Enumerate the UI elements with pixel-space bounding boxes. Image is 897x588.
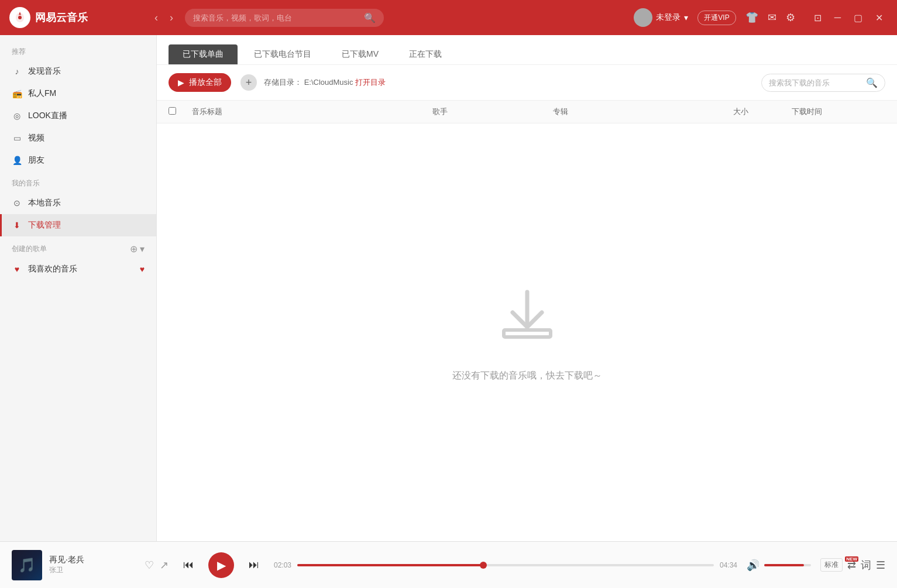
sidebar-item-label: 本地音乐 (28, 198, 61, 208)
sidebar-item-fm[interactable]: 📻 私人FM (0, 82, 156, 105)
svg-rect-2 (504, 330, 551, 337)
search-bar: 🔍 (185, 9, 384, 27)
playlist-heart-icon: ♥ (140, 264, 145, 274)
th-download-time: 下载时间 (792, 106, 885, 117)
created-playlists-header: 创建的歌单 ⊕ ▾ (0, 236, 156, 258)
app-logo: 网易云音乐 (9, 7, 150, 28)
player-extra: 标准 ⇄ NEW 词 ☰ (820, 558, 885, 572)
sidebar-item-label: LOOK直播 (28, 111, 67, 121)
sidebar-item-look[interactable]: ◎ LOOK直播 (0, 105, 156, 127)
empty-state: 还没有下载的音乐哦，快去下载吧～ (157, 123, 897, 541)
playlist-label: 我喜欢的音乐 (28, 264, 77, 274)
sidebar-item-label: 私人FM (28, 88, 56, 99)
created-playlists-actions: ⊕ ▾ (130, 243, 145, 255)
th-artist: 歌手 (432, 106, 553, 117)
play-all-icon: ▶ (178, 78, 184, 87)
tab-downloaded-radio[interactable]: 已下载电台节目 (240, 44, 325, 64)
search-downloaded: 🔍 (761, 74, 885, 92)
download-icon: ⬇ (12, 220, 22, 231)
open-dir-link[interactable]: 打开目录 (355, 78, 386, 87)
minimize-button[interactable]: ─ (830, 10, 846, 26)
track-title: 再见·老兵 (49, 555, 138, 565)
search-icon[interactable]: 🔍 (364, 12, 376, 23)
quality-button[interactable]: 标准 (820, 558, 843, 572)
search-input[interactable] (193, 13, 359, 22)
play-pause-button[interactable]: ▶ (208, 552, 234, 578)
main-layout: 推荐 ♪ 发现音乐 📻 私人FM ◎ LOOK直播 ▭ 视频 👤 朋友 我的音乐… (0, 35, 897, 541)
playlist-order-button[interactable]: ⇄ NEW (847, 559, 856, 572)
content-area: 已下载单曲 已下载电台节目 已下载MV 正在下载 ▶ 播放全部 + 存储目录： … (157, 35, 897, 541)
collapse-playlists-button[interactable]: ▾ (140, 243, 145, 255)
volume-fill (764, 564, 804, 566)
nav-forward-button[interactable]: › (165, 9, 178, 26)
storage-prefix: 存储目录： (264, 78, 302, 87)
play-all-label: 播放全部 (189, 77, 222, 88)
storage-info: 存储目录： E:\CloudMusic 打开目录 (264, 77, 386, 88)
friends-icon: 👤 (12, 155, 22, 166)
music-note-icon: ♪ (12, 66, 22, 77)
sidebar-item-discover[interactable]: ♪ 发现音乐 (0, 60, 156, 82)
share-track-button[interactable]: ↗ (160, 559, 169, 572)
play-all-button[interactable]: ▶ 播放全部 (169, 73, 231, 92)
nav-back-button[interactable]: ‹ (150, 9, 163, 26)
prev-button[interactable]: ⏮ (178, 555, 199, 576)
th-check (169, 106, 192, 117)
th-album: 专辑 (553, 106, 733, 117)
video-icon: ▭ (12, 133, 22, 143)
titlebar: 网易云音乐 ‹ › 🔍 未登录 ▾ 开通VIP 👕 ✉ ⚙ ⊡ ─ ▢ ✕ (0, 0, 897, 35)
sidebar-item-favorites[interactable]: ♥ 我喜欢的音乐 ♥ (0, 258, 156, 280)
vip-button[interactable]: 开通VIP (697, 11, 736, 25)
next-button[interactable]: ⏭ (243, 555, 264, 576)
queue-button[interactable]: ☰ (876, 559, 885, 572)
select-all-checkbox[interactable] (169, 107, 176, 115)
track-actions: ♡ ↗ (145, 559, 169, 572)
empty-download-icon (492, 283, 562, 356)
user-area[interactable]: 未登录 ▾ (634, 8, 688, 27)
sidebar-item-label: 发现音乐 (28, 66, 61, 77)
settings-icon[interactable]: ⚙ (786, 11, 795, 24)
tab-downloaded-songs[interactable]: 已下载单曲 (169, 44, 238, 64)
lyrics-button[interactable]: 词 (861, 558, 871, 572)
player-bar: 🎵 再见·老兵 张卫 ♡ ↗ ⏮ ▶ ⏭ 02:03 04:34 🔊 (0, 541, 897, 588)
restore-button[interactable]: ▢ (849, 10, 867, 26)
progress-bar[interactable] (297, 564, 714, 566)
sidebar-item-video[interactable]: ▭ 视频 (0, 127, 156, 149)
total-time: 04:34 (720, 561, 737, 569)
close-button[interactable]: ✕ (871, 10, 888, 26)
sidebar-item-download[interactable]: ⬇ 下载管理 (0, 214, 156, 236)
volume-area: 🔊 (747, 559, 811, 572)
add-playlist-button[interactable]: ⊕ (130, 243, 138, 255)
progress-fill (297, 564, 483, 566)
volume-icon[interactable]: 🔊 (747, 559, 759, 572)
sidebar-item-label: 视频 (28, 133, 44, 143)
sidebar-item-local[interactable]: ⊙ 本地音乐 (0, 192, 156, 214)
sidebar-item-label: 朋友 (28, 155, 44, 166)
add-all-button[interactable]: + (240, 74, 257, 91)
window-controls: ⊡ ─ ▢ ✕ (809, 10, 888, 26)
app-name: 网易云音乐 (35, 11, 88, 25)
progress-thumb (480, 562, 487, 569)
created-playlists-title: 创建的歌单 (12, 244, 47, 254)
fullscreen-button[interactable]: ⊡ (809, 10, 826, 26)
dropdown-icon: ▾ (684, 13, 688, 22)
heart-icon: ♥ (12, 264, 22, 274)
empty-message: 还没有下载的音乐哦，快去下载吧～ (452, 370, 602, 382)
tab-downloading[interactable]: 正在下载 (395, 44, 456, 64)
favorite-track-button[interactable]: ♡ (145, 559, 154, 572)
app-logo-icon (9, 7, 30, 28)
search-downloaded-icon: 🔍 (866, 77, 878, 88)
search-downloaded-input[interactable] (769, 78, 862, 87)
current-time: 02:03 (274, 561, 291, 569)
sidebar-item-friends[interactable]: 👤 朋友 (0, 149, 156, 171)
titlebar-right: 未登录 ▾ 开通VIP 👕 ✉ ⚙ ⊡ ─ ▢ ✕ (634, 8, 888, 27)
volume-bar[interactable] (764, 564, 811, 566)
toolbar: ▶ 播放全部 + 存储目录： E:\CloudMusic 打开目录 🔍 (157, 65, 897, 101)
avatar (634, 8, 652, 27)
shirt-icon[interactable]: 👕 (745, 11, 758, 24)
track-info: 再见·老兵 张卫 (49, 555, 138, 575)
svg-point-1 (18, 16, 22, 19)
mail-icon[interactable]: ✉ (768, 11, 776, 24)
table-header: 音乐标题 歌手 专辑 大小 下载时间 (157, 101, 897, 123)
album-art: 🎵 (12, 550, 42, 580)
tab-downloaded-mv[interactable]: 已下载MV (328, 44, 393, 64)
